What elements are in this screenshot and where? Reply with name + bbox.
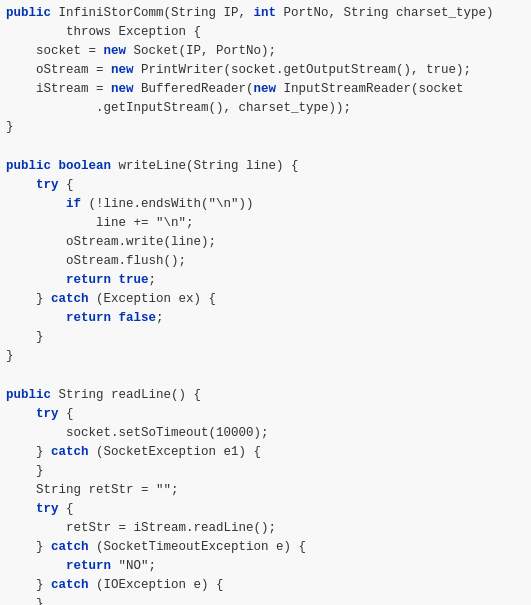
code-line: iStream = new BufferedReader(new InputSt… xyxy=(0,80,531,99)
code-editor: public InfiniStorComm(String IP, int Por… xyxy=(0,0,531,605)
code-line: } catch (IOException e) { xyxy=(0,576,531,595)
code-line: } xyxy=(0,118,531,137)
code-line: .getInputStream(), charset_type)); xyxy=(0,99,531,118)
code-line: try { xyxy=(0,500,531,519)
code-line: retStr = iStream.readLine(); xyxy=(0,519,531,538)
code-line: if (!line.endsWith("\n")) xyxy=(0,195,531,214)
code-line: } catch (SocketTimeoutException e) { xyxy=(0,538,531,557)
code-line: throws Exception { xyxy=(0,23,531,42)
code-line: } xyxy=(0,462,531,481)
code-line: } catch (SocketException e1) { xyxy=(0,443,531,462)
code-line: public boolean writeLine(String line) { xyxy=(0,157,531,176)
code-line: oStream.flush(); xyxy=(0,252,531,271)
code-line: public String readLine() { xyxy=(0,386,531,405)
code-line: try { xyxy=(0,176,531,195)
code-line: return true; xyxy=(0,271,531,290)
code-line: socket = new Socket(IP, PortNo); xyxy=(0,42,531,61)
code-line: } xyxy=(0,595,531,605)
code-line: oStream = new PrintWriter(socket.getOutp… xyxy=(0,61,531,80)
code-line: return false; xyxy=(0,309,531,328)
code-line: public InfiniStorComm(String IP, int Por… xyxy=(0,4,531,23)
code-line: try { xyxy=(0,405,531,424)
code-line: oStream.write(line); xyxy=(0,233,531,252)
code-line: line += "\n"; xyxy=(0,214,531,233)
code-line: } xyxy=(0,347,531,366)
code-line: } xyxy=(0,328,531,347)
code-line: socket.setSoTimeout(10000); xyxy=(0,424,531,443)
code-line: return "NO"; xyxy=(0,557,531,576)
code-line: String retStr = ""; xyxy=(0,481,531,500)
code-line: } catch (Exception ex) { xyxy=(0,290,531,309)
